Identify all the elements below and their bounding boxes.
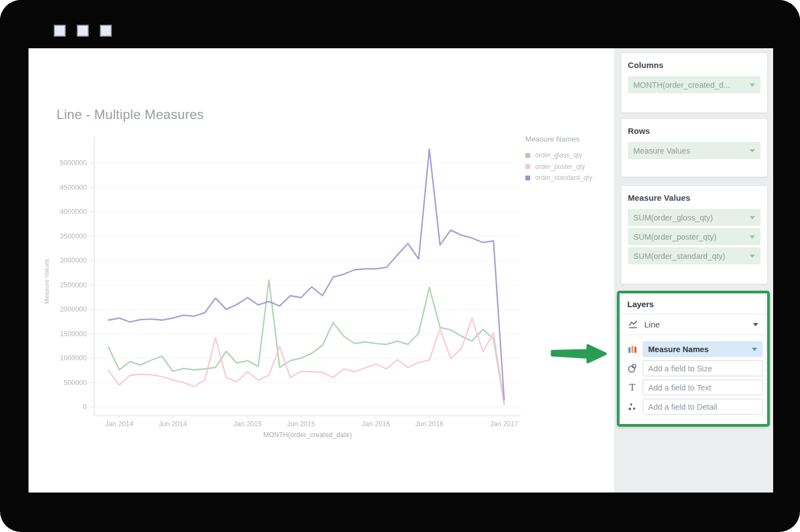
chevron-down-icon[interactable]	[750, 216, 755, 219]
y-tick-label: 3500000	[60, 233, 87, 240]
y-tick-label: 2000000	[60, 305, 87, 313]
x-tick-label: Jan 2016	[362, 420, 390, 428]
y-axis-title: Measure Values	[43, 248, 50, 314]
text-field-input[interactable]	[643, 380, 763, 395]
measure-value-pill-gloss[interactable]: SUM(order_gloss_qty)	[628, 209, 761, 226]
x-tick-label: Jan 2017	[490, 420, 518, 428]
chevron-down-icon[interactable]	[750, 149, 755, 152]
measure-value-pill-poster[interactable]: SUM(order_poster_qty)	[628, 228, 761, 245]
y-tick-label: 4500000	[60, 184, 87, 191]
detail-mark-row	[626, 399, 763, 415]
y-tick-label: 3000000	[60, 257, 87, 264]
layer-type-label: Line	[644, 320, 660, 329]
y-tick-label: 1000000	[60, 354, 87, 362]
columns-shelf-title: Columns	[628, 60, 761, 70]
columns-shelf: Columns MONTH(order_created_d...	[621, 53, 768, 113]
x-tick-label: Jun 2014	[158, 420, 186, 428]
x-tick-label: Jan 2014	[105, 420, 133, 428]
legend-item-order_standard_qty[interactable]: order_standard_qty	[525, 172, 592, 184]
legend-item-order_gloss_qty[interactable]: order_gloss_qty	[525, 150, 592, 161]
x-axis-title: MONTH(order_created_date)	[225, 431, 390, 439]
y-tick-label: 2500000	[60, 281, 87, 289]
rows-field-label: Measure Values	[633, 146, 690, 155]
rows-shelf-title: Rows	[628, 126, 761, 135]
legend-label: order_gloss_qty	[535, 151, 582, 159]
y-tick-label: 500000	[64, 379, 87, 387]
layers-panel: Layers Line	[617, 291, 770, 427]
columns-field-label: MONTH(order_created_d...	[633, 81, 730, 89]
x-tick-label: Jun 2016	[415, 420, 443, 428]
chevron-down-icon[interactable]	[753, 323, 758, 326]
color-field-label: Measure Names	[648, 345, 708, 354]
y-tick-label: 4000000	[60, 208, 87, 216]
legend-swatch	[525, 164, 530, 169]
text-icon: T	[626, 382, 638, 393]
size-field-input[interactable]	[643, 360, 763, 376]
chevron-down-icon[interactable]	[750, 235, 755, 239]
legend-item-order_poster_qty[interactable]: order_poster_qty	[525, 161, 592, 173]
window-button-2[interactable]	[77, 25, 89, 37]
rows-field-pill[interactable]: Measure Values	[628, 142, 761, 159]
legend-title: Measure Names	[525, 135, 592, 143]
field-sidebar: Columns MONTH(order_created_d... Rows Me…	[614, 48, 773, 493]
color-field-pill[interactable]: Measure Names	[643, 341, 763, 357]
chevron-down-icon[interactable]	[752, 348, 757, 351]
window-button-1[interactable]	[54, 25, 66, 37]
chart-legend: Measure Names order_gloss_qtyorder_poste…	[525, 135, 592, 184]
legend-label: order_standard_qty	[535, 174, 592, 182]
rows-shelf: Rows Measure Values	[621, 118, 768, 177]
chart-canvas: 0500000100000015000002000000250000030000…	[29, 48, 614, 493]
app-window: 0500000100000015000002000000250000030000…	[0, 0, 800, 532]
text-mark-row: T	[626, 380, 763, 395]
layers-panel-title: Layers	[620, 293, 767, 314]
measure-value-label: SUM(order_standard_qty)	[633, 252, 725, 261]
y-tick-label: 5000000	[60, 159, 87, 167]
legend-label: order_poster_qty	[535, 163, 585, 171]
size-mark-row	[626, 360, 763, 376]
layer-type-selector[interactable]: Line	[620, 314, 767, 335]
detail-field-input[interactable]	[643, 399, 763, 415]
color-mark-row: Measure Names	[626, 341, 763, 357]
legend-items: order_gloss_qtyorder_poster_qtyorder_sta…	[525, 150, 592, 184]
legend-swatch	[525, 176, 530, 180]
measure-value-label: SUM(order_poster_qty)	[633, 233, 717, 241]
columns-field-pill[interactable]: MONTH(order_created_d...	[628, 76, 761, 93]
measure-values-shelf: Measure Values SUM(order_gloss_qty) SUM(…	[621, 185, 768, 284]
series-line-order_standard_qty	[109, 149, 504, 399]
measure-value-label: SUM(order_gloss_qty)	[633, 213, 713, 222]
chevron-down-icon[interactable]	[750, 254, 755, 258]
line-chart-icon	[628, 320, 638, 329]
x-tick-label: Jun 2015	[287, 420, 315, 428]
color-bars-icon	[626, 345, 638, 354]
series-line-order_poster_qty	[109, 318, 504, 403]
measure-value-pill-standard[interactable]: SUM(order_standard_qty)	[628, 247, 761, 264]
detail-dots-icon	[626, 403, 638, 411]
chevron-down-icon[interactable]	[750, 83, 755, 87]
legend-swatch	[525, 153, 530, 158]
measure-values-title: Measure Values	[628, 193, 761, 202]
marks-section: Measure Names T	[620, 335, 767, 423]
arrow-shape	[552, 346, 605, 362]
chart-title: Line - Multiple Measures	[56, 107, 204, 122]
window-titlebar	[0, 0, 800, 48]
size-circles-icon	[626, 364, 638, 373]
y-tick-label: 1500000	[60, 330, 87, 338]
green-arrow-annotation	[548, 341, 610, 367]
x-tick-label: Jan 2015	[234, 420, 262, 428]
y-tick-label: 0	[83, 403, 87, 411]
window-button-3[interactable]	[100, 25, 112, 37]
